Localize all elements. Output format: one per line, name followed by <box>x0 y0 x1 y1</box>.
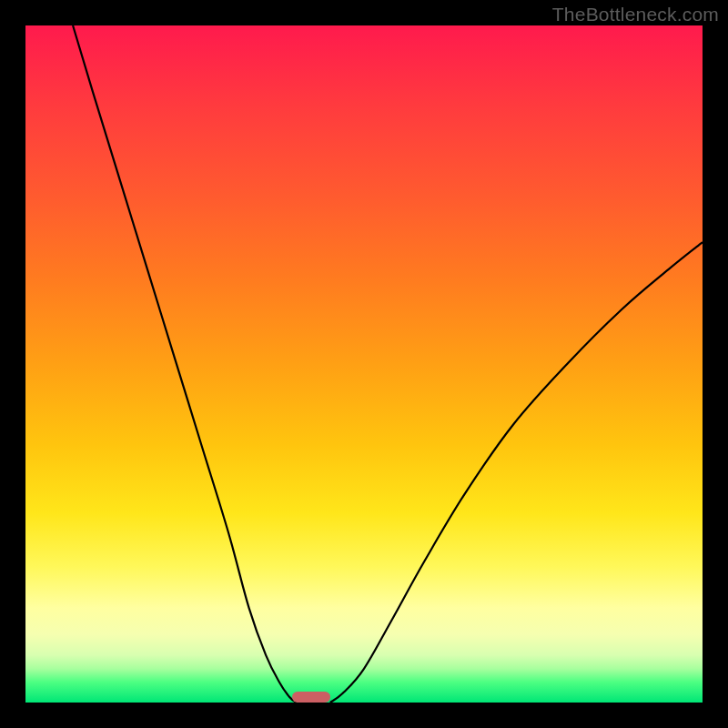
plot-area <box>25 25 703 703</box>
right-curve <box>330 242 703 703</box>
bottleneck-marker <box>292 692 330 703</box>
watermark-text: TheBottleneck.com <box>552 4 719 25</box>
curves-svg <box>25 25 703 703</box>
chart-frame: TheBottleneck.com <box>0 0 728 728</box>
left-curve <box>73 25 297 703</box>
